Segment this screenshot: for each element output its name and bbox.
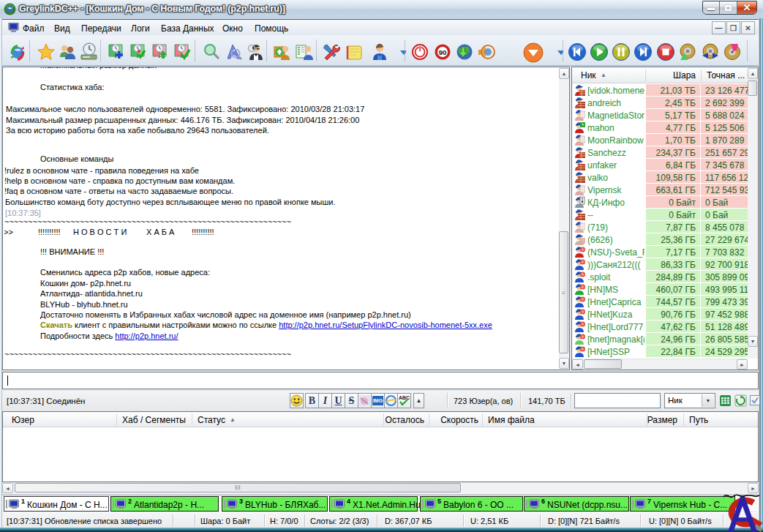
svg-text:90: 90 — [439, 48, 447, 56]
svg-text:ABC: ABC — [399, 395, 410, 400]
